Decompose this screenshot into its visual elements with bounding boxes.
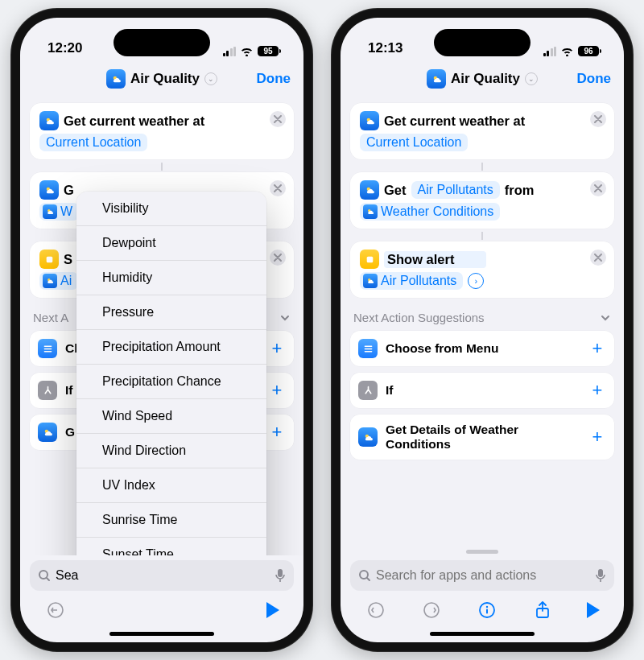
mic-icon[interactable] bbox=[595, 568, 606, 583]
delete-action-button[interactable] bbox=[270, 180, 286, 196]
nav-bar: Air Quality ⌄ Done bbox=[20, 61, 303, 97]
svg-rect-7 bbox=[43, 348, 52, 349]
svg-rect-24 bbox=[598, 569, 603, 577]
delete-action-button[interactable] bbox=[590, 111, 606, 127]
menu-icon bbox=[38, 339, 57, 358]
add-suggestion-button[interactable]: + bbox=[268, 382, 286, 399]
menu-icon bbox=[358, 339, 378, 358]
add-suggestion-button[interactable]: + bbox=[268, 423, 286, 441]
weather-app-icon bbox=[363, 204, 378, 219]
run-button[interactable] bbox=[266, 602, 279, 618]
status-time: 12:13 bbox=[368, 40, 402, 56]
weather-app-icon bbox=[106, 69, 126, 89]
svg-rect-20 bbox=[364, 348, 372, 349]
delete-action-button[interactable] bbox=[270, 250, 286, 266]
alert-icon bbox=[39, 250, 59, 269]
screen: 12:13 96 Air Quality ⌄ bbox=[341, 18, 624, 642]
svg-rect-11 bbox=[278, 569, 283, 577]
if-icon bbox=[38, 381, 57, 400]
undo-button[interactable] bbox=[44, 599, 67, 621]
location-param[interactable]: Current Location bbox=[360, 134, 468, 151]
delete-action-button[interactable] bbox=[590, 250, 606, 266]
search-field[interactable] bbox=[350, 560, 614, 591]
redo-button[interactable] bbox=[420, 599, 443, 621]
battery-level: 96 bbox=[578, 46, 599, 56]
alert-param[interactable]: Air Pollutants bbox=[360, 272, 463, 290]
bottom-panel bbox=[20, 555, 303, 642]
weather-app-icon bbox=[38, 423, 57, 442]
dynamic-island bbox=[114, 29, 210, 56]
battery-icon: 96 bbox=[578, 46, 601, 56]
delete-action-button[interactable] bbox=[270, 111, 286, 127]
nav-title[interactable]: Air Quality ⌄ bbox=[427, 69, 538, 89]
add-suggestion-button[interactable]: + bbox=[268, 340, 286, 357]
suggestion-if[interactable]: If + bbox=[350, 373, 614, 408]
wifi-icon bbox=[240, 47, 254, 56]
toolbar bbox=[350, 591, 614, 621]
mic-icon[interactable] bbox=[275, 568, 286, 583]
signal-icon bbox=[223, 47, 237, 56]
location-param[interactable]: Current Location bbox=[39, 134, 147, 151]
weather-app-icon bbox=[39, 111, 59, 130]
close-icon bbox=[274, 184, 282, 192]
menu-item-precip-amount[interactable]: Precipitation Amount bbox=[76, 330, 266, 365]
search-icon bbox=[358, 569, 371, 582]
suggestions-header[interactable]: Next Action Suggestions bbox=[353, 311, 611, 324]
search-input[interactable] bbox=[376, 568, 590, 583]
suggestion-choose-menu[interactable]: Choose from Menu + bbox=[350, 331, 614, 366]
menu-item-precip-chance[interactable]: Precipitation Chance bbox=[76, 365, 266, 399]
done-button[interactable]: Done bbox=[257, 71, 291, 87]
weather-conditions-param[interactable]: W bbox=[39, 203, 79, 221]
home-indicator[interactable] bbox=[109, 632, 214, 636]
close-icon bbox=[594, 115, 602, 123]
search-input[interactable] bbox=[56, 568, 270, 583]
action-get-weather[interactable]: Get current weather at Current Location bbox=[350, 103, 614, 159]
sheet-grabber[interactable] bbox=[466, 550, 498, 554]
svg-rect-4 bbox=[46, 256, 52, 262]
action-get-details[interactable]: Get Air Pollutants from Weather Conditio… bbox=[350, 172, 614, 229]
alert-icon bbox=[360, 250, 379, 269]
undo-button[interactable] bbox=[365, 599, 387, 621]
action-show-alert[interactable]: Show alert Air Pollutants › bbox=[350, 241, 614, 298]
nav-title[interactable]: Air Quality ⌄ bbox=[106, 69, 217, 89]
done-button[interactable]: Done bbox=[577, 71, 612, 87]
alert-param[interactable]: Ai bbox=[39, 272, 78, 290]
add-suggestion-button[interactable]: + bbox=[588, 428, 606, 446]
close-icon bbox=[274, 254, 282, 262]
menu-item-wind-direction[interactable]: Wind Direction bbox=[76, 434, 266, 468]
svg-rect-8 bbox=[43, 350, 52, 352]
menu-item-pressure[interactable]: Pressure bbox=[76, 295, 266, 330]
run-button[interactable] bbox=[587, 602, 600, 618]
battery-icon: 95 bbox=[258, 46, 281, 56]
delete-action-button[interactable] bbox=[590, 180, 606, 196]
connector bbox=[30, 163, 294, 169]
add-suggestion-button[interactable]: + bbox=[588, 382, 606, 399]
property-param[interactable]: Air Pollutants bbox=[411, 181, 500, 199]
menu-item-uv-index[interactable]: UV Index bbox=[76, 468, 266, 503]
weather-app-icon bbox=[43, 274, 57, 288]
weather-conditions-param[interactable]: Weather Conditions bbox=[360, 203, 500, 221]
connector bbox=[350, 163, 614, 169]
suggestion-get-details[interactable]: Get Details of Weather Conditions + bbox=[350, 415, 614, 460]
search-field[interactable] bbox=[30, 560, 294, 591]
weather-app-icon bbox=[43, 204, 57, 219]
weather-app-icon bbox=[360, 180, 379, 200]
add-suggestion-button[interactable]: + bbox=[588, 340, 606, 357]
chevron-down-icon bbox=[279, 312, 291, 324]
menu-item-wind-speed[interactable]: Wind Speed bbox=[76, 399, 266, 434]
info-button[interactable] bbox=[476, 599, 498, 621]
menu-item-sunset[interactable]: Sunset Time bbox=[76, 538, 266, 555]
weather-app-icon bbox=[39, 180, 59, 200]
menu-item-dewpoint[interactable]: Dewpoint bbox=[76, 226, 266, 261]
home-indicator[interactable] bbox=[430, 632, 535, 636]
battery-level: 95 bbox=[258, 46, 279, 56]
svg-rect-29 bbox=[486, 609, 488, 614]
expand-param-button[interactable]: › bbox=[468, 273, 484, 289]
status-indicators: 95 bbox=[223, 46, 282, 56]
close-icon bbox=[594, 254, 602, 262]
menu-item-visibility[interactable]: Visibility bbox=[76, 192, 266, 226]
menu-item-humidity[interactable]: Humidity bbox=[76, 261, 266, 295]
menu-item-sunrise[interactable]: Sunrise Time bbox=[76, 503, 266, 538]
share-button[interactable] bbox=[531, 599, 554, 621]
action-get-weather[interactable]: Get current weather at Current Location bbox=[30, 103, 294, 159]
